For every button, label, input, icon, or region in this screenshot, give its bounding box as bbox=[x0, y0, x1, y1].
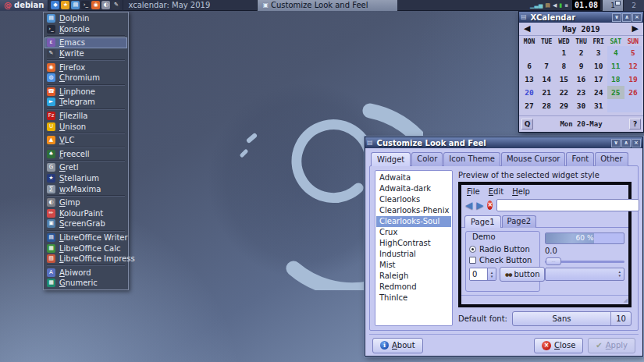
window-menu-icon[interactable]: ▤ bbox=[367, 137, 373, 148]
window-control-button[interactable]: × bbox=[632, 13, 642, 22]
menu-item[interactable]: ◐ Gimp bbox=[44, 197, 127, 208]
spin-arrows[interactable]: ▴▾ bbox=[487, 268, 496, 280]
tray-icon[interactable]: ▪ bbox=[564, 1, 568, 10]
quick-launch-icon[interactable]: ★ bbox=[61, 1, 69, 9]
taskbar-task-button[interactable]: ▣ Customize Look and Feel bbox=[257, 0, 397, 11]
calendar-day-cell[interactable]: 14 bbox=[538, 73, 555, 86]
calendar-day-cell[interactable]: 31 bbox=[590, 99, 607, 112]
workspace-button[interactable]: 2 bbox=[623, 0, 644, 11]
resize-grip-icon[interactable]: ◢ bbox=[624, 296, 628, 304]
calendar-day-cell[interactable]: 15 bbox=[555, 73, 572, 86]
scale-slider[interactable]: ⋯ bbox=[545, 257, 624, 265]
theme-list-item[interactable]: Industrial bbox=[376, 249, 451, 260]
radio-button-icon[interactable] bbox=[469, 246, 476, 253]
calendar-day-cell[interactable]: 6 bbox=[521, 59, 538, 73]
menu-item[interactable]: ▣ ScreenGrab bbox=[44, 218, 127, 229]
theme-list-item[interactable]: Crux bbox=[376, 227, 451, 238]
menu-item[interactable]: ›_ Konsole bbox=[44, 24, 127, 35]
calendar-day-cell[interactable]: 26 bbox=[624, 86, 642, 99]
tray-icon[interactable]: ▁▃▅ bbox=[530, 1, 543, 10]
tray-icon[interactable]: ◀ bbox=[553, 1, 557, 10]
slider-thumb[interactable]: ⋯ bbox=[546, 257, 561, 265]
calendar-day-cell[interactable]: 10 bbox=[590, 59, 607, 73]
spin-value[interactable]: 0 bbox=[470, 268, 487, 280]
theme-list-item[interactable]: Clearlooks bbox=[376, 194, 451, 205]
demo-button[interactable]: ●● button bbox=[500, 267, 545, 282]
start-menu-button[interactable]: @ debian bbox=[0, 0, 48, 11]
calendar-day-cell[interactable]: 11 bbox=[607, 59, 624, 73]
checkbox-icon[interactable] bbox=[469, 257, 476, 264]
theme-list-item[interactable]: Adwaita bbox=[376, 172, 451, 183]
calendar-day-cell[interactable]: 21 bbox=[538, 86, 555, 99]
calendar-day-cell[interactable]: 19 bbox=[624, 73, 642, 86]
preview-page-tab[interactable]: Page2 bbox=[502, 215, 537, 228]
theme-list-item[interactable]: ThinIce bbox=[376, 293, 451, 303]
calendar-help-button[interactable]: ? bbox=[629, 119, 641, 130]
preview-page-tab[interactable]: Page1 bbox=[464, 215, 501, 228]
theme-list-item[interactable]: Clearlooks-Soul bbox=[376, 216, 451, 227]
theme-list-item[interactable]: Mist bbox=[376, 260, 451, 271]
calendar-day-cell[interactable]: 16 bbox=[572, 73, 589, 86]
calendar-day-cell[interactable]: 5 bbox=[624, 46, 642, 59]
menu-item[interactable]: ▤ LibreOffice Writer bbox=[44, 232, 127, 243]
menu-item[interactable] bbox=[47, 35, 125, 37]
quick-launch-icon[interactable]: ›_ bbox=[81, 1, 90, 9]
combo-box[interactable]: ▴▾ bbox=[545, 268, 624, 281]
calendar-day-cell[interactable]: 8 bbox=[555, 59, 572, 73]
calendar-day-cell[interactable]: 22 bbox=[555, 86, 572, 99]
menu-item[interactable]: ◉ Firefox bbox=[44, 62, 127, 73]
dialog-tab[interactable]: Icon Theme bbox=[443, 152, 500, 166]
menu-item[interactable] bbox=[47, 59, 125, 61]
radio-row[interactable]: Radio Button bbox=[469, 245, 536, 254]
menu-item[interactable] bbox=[47, 195, 125, 197]
theme-list-item[interactable]: Adwaita-dark bbox=[376, 183, 451, 194]
quick-launch-icon[interactable]: ◐ bbox=[101, 1, 110, 9]
quick-launch-icon[interactable]: ✎ bbox=[112, 1, 120, 9]
calendar-day-cell[interactable]: 12 bbox=[624, 59, 642, 73]
calendar-zoom-button[interactable]: Q bbox=[521, 119, 533, 130]
menu-item[interactable]: ▲ VLC bbox=[44, 135, 127, 146]
menu-item[interactable]: ★ Stellarium bbox=[44, 173, 127, 184]
tray-icon[interactable]: ▤ bbox=[545, 1, 550, 10]
xcalendar-titlebar[interactable]: ▤ XCalendar ∨ ∧ × bbox=[519, 12, 643, 23]
menu-item[interactable]: G Gretl bbox=[44, 162, 127, 173]
calendar-day-cell[interactable]: 1 bbox=[555, 46, 572, 59]
menu-item[interactable]: ▦ Gnumeric bbox=[44, 278, 127, 289]
font-select-button[interactable]: Sans 10 bbox=[512, 311, 632, 326]
calendar-day-cell[interactable] bbox=[607, 99, 624, 112]
menu-item[interactable]: U Unison bbox=[44, 121, 127, 132]
calendar-day-cell[interactable]: 13 bbox=[521, 73, 538, 86]
prev-month-button[interactable]: ◀ bbox=[524, 24, 530, 34]
close-button[interactable]: × Close bbox=[534, 338, 583, 353]
tray-icon[interactable]: ▮ bbox=[559, 1, 562, 10]
preview-menu-item[interactable]: Edit bbox=[489, 187, 503, 196]
taskbar-clock[interactable]: 01.08 bbox=[572, 0, 600, 10]
window-control-button[interactable]: × bbox=[632, 139, 641, 147]
menu-item[interactable]: Fz Filezilla bbox=[44, 111, 127, 122]
menu-item[interactable]: ☎ Linphone bbox=[44, 87, 127, 98]
theme-list-item[interactable]: Raleigh bbox=[376, 271, 451, 282]
theme-list-item[interactable]: Redmond bbox=[376, 282, 451, 293]
menu-item[interactable]: ✎ Kwrite bbox=[44, 48, 127, 59]
menu-item[interactable] bbox=[47, 160, 125, 161]
menu-item[interactable] bbox=[47, 264, 125, 266]
window-menu-icon[interactable]: ▤ bbox=[521, 12, 527, 23]
calendar-day-cell[interactable]: 28 bbox=[538, 99, 555, 112]
apply-button[interactable]: ✔ Apply bbox=[588, 338, 635, 353]
calendar-day-cell[interactable]: 3 bbox=[590, 46, 607, 59]
calendar-day-cell[interactable]: 20 bbox=[521, 86, 538, 99]
calendar-day-cell[interactable]: 17 bbox=[590, 73, 607, 86]
theme-list-item[interactable]: Clearlooks-Phenix bbox=[376, 205, 451, 216]
theme-list-item[interactable]: HighContrast bbox=[376, 238, 451, 249]
dialog-tab[interactable]: Color bbox=[411, 152, 443, 166]
forward-arrow-icon[interactable]: ▶ bbox=[476, 201, 483, 210]
calendar-day-cell[interactable]: 29 bbox=[555, 99, 572, 112]
check-row[interactable]: Check Button bbox=[469, 256, 536, 264]
menu-item[interactable] bbox=[47, 84, 125, 86]
calendar-day-cell[interactable]: 2 bbox=[572, 46, 589, 59]
workspace-button[interactable]: 1 bbox=[602, 0, 623, 11]
window-control-button[interactable]: ∧ bbox=[622, 13, 632, 22]
menu-item[interactable]: ▦ LibreOffice Calc bbox=[44, 243, 127, 254]
calendar-day-cell[interactable] bbox=[624, 99, 642, 112]
window-control-button[interactable]: ∨ bbox=[612, 13, 621, 22]
